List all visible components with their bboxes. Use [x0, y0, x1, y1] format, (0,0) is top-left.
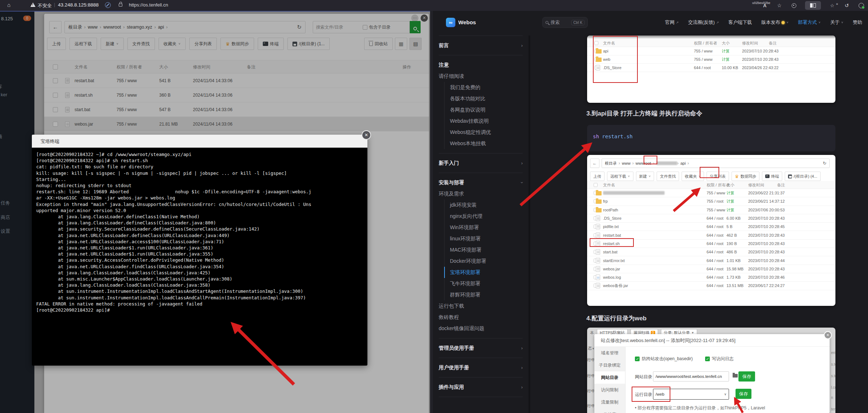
sidebar-item[interactable]: 飞牛环境部署 [444, 278, 523, 289]
split-screen-button[interactable] [805, 1, 821, 10]
sidebar-item[interactable]: Docker环境部署 [444, 256, 523, 267]
home-icon[interactable]: ⌂ [7, 2, 10, 8]
sidebar-item[interactable]: Webdav挂载说明 [444, 115, 523, 127]
site-brand[interactable]: Webos [458, 19, 476, 25]
sidebar-item[interactable]: 请仔细阅读 [439, 71, 523, 82]
table-row: frp755 / root计算2023/06/21 14:37:12 [587, 197, 835, 206]
disk-icon [788, 174, 792, 178]
label: 行中 [587, 389, 595, 393]
toolbar-button[interactable]: /(根目录) (4... [785, 172, 820, 181]
toolbar-button[interactable]: 分享列表 [707, 172, 729, 181]
sidebar-item[interactable]: 运行包下载 [439, 300, 523, 312]
file-date: 2023/07/10 20:28:43 [748, 250, 785, 254]
breadcrumb-item[interactable]: api [681, 161, 686, 165]
chevron-right-icon: › [521, 345, 523, 351]
chevron-right-icon: › [521, 43, 523, 48]
site-settings-dialog: 站点修改[test.webos.tenfell.cn] -- 添加时间[2022… [594, 334, 830, 413]
toolbar-button[interactable]: 收藏夹∨ [682, 172, 704, 181]
code-block[interactable]: sh restart.sh [587, 125, 835, 151]
address-url-left[interactable]: 43.248.8.125:8888 [58, 2, 99, 8]
table-row: startError.txt644 / root1.01 KB2023/07/1… [587, 256, 835, 265]
sidebar-item[interactable]: 各版本功能对比 [444, 93, 523, 104]
toolbar-button[interactable]: ♛数据同步 [732, 172, 760, 181]
sidebar-item[interactable]: nginx反向代理 [444, 211, 523, 222]
sidebar-section[interactable]: 注意 [439, 59, 523, 71]
nav-item[interactable]: 交流圈(反馈)↗ [688, 19, 719, 26]
split-screen-divider[interactable] [430, 11, 433, 413]
webos-logo-icon[interactable]: ∞ [446, 18, 455, 27]
sidebar-item[interactable]: docker镜像回退问题 [439, 323, 523, 334]
sidebar-item[interactable]: jdk环境安装 [444, 199, 523, 211]
redacted-text[interactable] [656, 161, 677, 165]
nav-item[interactable]: 版本发布∨ [761, 19, 789, 26]
toolbar-button-label: 远程下载 [610, 174, 626, 179]
favorite-star-icon[interactable]: ☆ [776, 2, 783, 9]
sidebar-item[interactable]: 救砖教程 [439, 312, 523, 323]
nav-item[interactable]: 关于∨ [830, 19, 843, 26]
file-name: start.bat [603, 250, 618, 254]
file-date: 2023/07/10 20:28:43 [748, 233, 785, 237]
nav-item[interactable]: 官网↗ [665, 19, 679, 26]
run-dir-label: 运行目录 [635, 392, 652, 398]
sidebar-item[interactable]: 各网盘协议说明 [444, 104, 523, 115]
docs-search-box[interactable]: 搜索 Ctrl K [542, 17, 588, 28]
extensions-icon[interactable] [792, 3, 796, 8]
table-row: restart.sh644 / root190 B2023/07/10 20:2… [587, 240, 835, 248]
crown-icon: ♛ [735, 174, 739, 179]
terminal-titlebar[interactable]: 宝塔终端 [32, 135, 367, 148]
toolbar-button[interactable]: 终端 [762, 172, 782, 181]
sidebar-item[interactable]: MAC环境部署 [444, 244, 523, 256]
docs-sidebar: 前言›注意请仔细阅读我们是免费的各版本功能对比各网盘协议说明Webdav挂载说明… [439, 40, 523, 401]
nav-item-label: 交流圈(反馈) [688, 19, 715, 26]
address-url-right[interactable]: https://os.tenfell.cn [129, 2, 168, 8]
toolbar-button[interactable]: 远程下载∨ [607, 172, 633, 181]
column-header: 文件名 [603, 40, 615, 46]
nav-item[interactable]: 赞助 [853, 19, 862, 26]
nav-item[interactable]: 客户端下载 [728, 19, 752, 26]
sidebar-divider [439, 354, 523, 362]
sidebar-item[interactable]: 环境及需求 [439, 188, 523, 199]
file-perms: 644 / root [707, 233, 723, 237]
folder-icon [733, 374, 738, 378]
split-tab-icon[interactable] [105, 2, 111, 8]
table-row: start.bat644 / root486 B2023/07/10 20:28… [587, 248, 835, 256]
file-name: web [603, 57, 610, 62]
dialog-checkboxes: ✓防跨站攻击(open_basedir)✓写访问日志 [635, 356, 734, 362]
sidebar-section[interactable]: 前言› [439, 40, 523, 51]
toolbar-button[interactable]: 上传 [590, 172, 604, 181]
browser-profile-icon[interactable] [859, 3, 864, 8]
sidebar-item[interactable]: 群辉环境部署 [444, 289, 523, 300]
sidebar-item[interactable]: Webos本地挂载 [444, 138, 523, 149]
nav-item-label: 官网 [665, 19, 674, 26]
breadcrumb-item[interactable]: wwwroot [636, 161, 651, 165]
toolbar-button[interactable]: 文件查找 [657, 172, 679, 181]
dialog-title: 站点修改[test.webos.tenfell.cn] -- 添加时间[2022… [601, 337, 736, 344]
breadcrumb-item[interactable]: www [622, 161, 631, 165]
file-name: api [603, 49, 608, 53]
sidebar-section[interactable]: 安装与部署› [439, 177, 523, 188]
sidebar-section[interactable]: 插件与应用› [439, 382, 523, 393]
sidebar-section[interactable]: 管理员使用手册› [439, 342, 523, 354]
breadcrumb-item[interactable]: 根目录 [605, 161, 617, 166]
sidebar-item[interactable]: 宝塔环境部署 [444, 267, 523, 278]
terminal-close-button[interactable]: ✕ [362, 130, 371, 140]
background-text-fragment: s.ten [831, 374, 835, 378]
sidebar-item[interactable]: linux环境部署 [444, 233, 523, 244]
history-icon[interactable]: ↺ [843, 2, 850, 9]
read-aloud-icon[interactable]: A [762, 2, 768, 9]
table-row: rootPath755 / www计算2023/07/06 20:00:53 [587, 206, 835, 214]
collections-icon[interactable]: ☆ [829, 2, 835, 9]
sidebar-item[interactable]: Webos稳定性调优 [444, 127, 523, 138]
caret-down-icon: ∨ [786, 21, 789, 24]
dialog-tab: 子目录绑定 [594, 359, 625, 371]
nav-item[interactable]: 部署方式∨ [798, 19, 821, 26]
file-date: 2023/07/10 20:28:43 [742, 49, 779, 53]
sidebar-item[interactable]: Win环境部署 [444, 222, 523, 233]
sidebar-section[interactable]: 用户使用手册› [439, 362, 523, 373]
terminal-screen[interactable]: [root@C20220902184322 ~]# cd /www/wwwroo… [32, 148, 367, 366]
sidebar-section[interactable]: 新手入门› [439, 157, 523, 169]
sidebar-section-label: 前言 [439, 42, 449, 49]
file-icon [596, 232, 600, 238]
sidebar-item[interactable]: 我们是免费的 [444, 82, 523, 93]
toolbar-button[interactable]: 新建∨ [636, 172, 654, 181]
